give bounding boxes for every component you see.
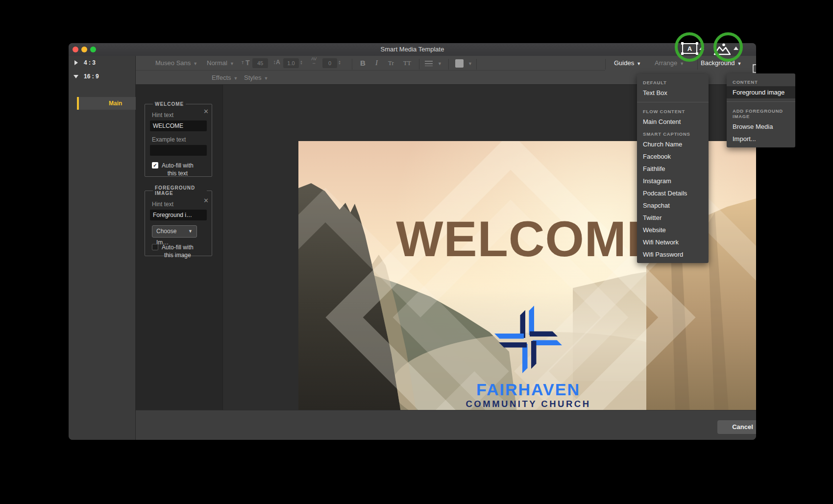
sidebar-item-4-3[interactable]: 4 : 3 [69, 56, 136, 70]
text-color-caret[interactable]: ▼ [468, 61, 472, 66]
menu-section-smart-captions: SMART CAPTIONS [637, 128, 709, 138]
autofill-image-label: Auto-fill with this image [162, 243, 194, 259]
foreground-hint-input[interactable]: Foreground i… [150, 210, 207, 220]
tracking-stepper[interactable]: ▲▼ [338, 58, 342, 68]
font-family-dropdown[interactable]: Museo Sans▼ [155, 59, 197, 67]
menu-item-website[interactable]: Website [637, 224, 709, 236]
menu-item-browse-media[interactable]: Browse Media [727, 120, 795, 133]
small-caps-button[interactable]: Tr [388, 59, 394, 67]
guides-dropdown[interactable]: Guides▼ [614, 59, 641, 67]
close-icon[interactable]: ✕ [203, 108, 209, 115]
toolbar-separator [476, 59, 477, 70]
text-align-caret[interactable]: ▼ [438, 61, 442, 66]
text-color-swatch[interactable] [455, 59, 464, 68]
menu-section-content: CONTENT [727, 76, 795, 86]
annotation-circle-text-tool [675, 32, 704, 62]
menu-item-main-content[interactable]: Main Content [637, 116, 709, 128]
menu-item-foreground-image[interactable]: Foreground image [727, 86, 795, 98]
disclosure-right-icon[interactable] [74, 60, 78, 65]
menu-section-add-foreground-image: ADD FOREGROUND IMAGE [727, 105, 795, 120]
menu-item-facebook[interactable]: Facebook [637, 150, 709, 163]
sidebar-item-label: 16 : 9 [84, 73, 99, 80]
annotation-circle-image-tool [713, 32, 743, 62]
autofill-text-row: ✓ Auto-fill with this text [152, 162, 207, 177]
menu-section-flow-content: FLOW CONTENT [637, 105, 709, 116]
toolbar-row-divider [136, 70, 605, 71]
font-size-icon-large: T [245, 59, 250, 67]
line-height-input[interactable]: 1.0 [283, 58, 299, 68]
effects-dropdown[interactable]: Effects▼ [212, 74, 238, 81]
tracking-input[interactable]: 0 [322, 58, 337, 68]
bold-button[interactable]: B [360, 59, 366, 67]
choose-image-button[interactable]: Choose Im…▼ [152, 225, 197, 238]
menu-item-text-box[interactable]: Text Box [637, 87, 709, 99]
menu-divider [727, 101, 795, 102]
sidebar-item-label: 4 : 3 [84, 59, 96, 66]
styles-dropdown[interactable]: Styles▼ [244, 74, 268, 81]
arrange-dropdown[interactable]: Arrange▼ [655, 59, 684, 67]
properties-panel: WELCOME ✕ Hint text WELCOME Example text… [136, 85, 223, 410]
sidebar-item-main-selected[interactable]: Main [77, 97, 136, 110]
menu-section-default: DEFAULT [637, 76, 709, 87]
toolbar-separator [448, 59, 449, 70]
toolbar-separator [697, 59, 698, 70]
font-size-input[interactable]: 45 [252, 58, 268, 68]
menu-item-church-name[interactable]: Church Name [637, 138, 709, 150]
background-dropdown[interactable]: Background▼ [701, 59, 741, 67]
italic-button[interactable]: I [375, 59, 378, 67]
menu-item-faithlife[interactable]: Faithlife [637, 163, 709, 175]
toolbar-separator [605, 59, 606, 70]
cancel-button[interactable]: Cancel [717, 420, 756, 434]
line-height-icon: ↕A [273, 59, 280, 66]
example-text-input[interactable] [150, 145, 207, 156]
window-title: Smart Media Template [69, 46, 756, 53]
bottom-bar: Cancel Save [136, 410, 756, 440]
screenshot-stage: Smart Media Template 4 : 3 16 : 9 Main M… [0, 0, 833, 504]
church-subtitle-text: COMMUNITY CHURCH [298, 399, 756, 409]
menu-item-wifi-password[interactable]: Wifi Password [637, 248, 709, 261]
menu-item-instagram[interactable]: Instagram [637, 175, 709, 187]
example-text-label: Example text [152, 136, 207, 143]
foreground-image-fieldset: FOREGROUND IMAGE ✕ Hint text Foreground … [145, 185, 212, 256]
font-size-icon: т [242, 60, 244, 65]
disclosure-down-icon[interactable] [74, 75, 78, 78]
hint-text-label: Hint text [152, 112, 207, 119]
toolbar-separator [352, 59, 352, 70]
text-align-icon[interactable] [425, 61, 433, 66]
welcome-legend: WELCOME [153, 101, 186, 107]
menu-divider [637, 102, 709, 102]
menu-item-wifi-network[interactable]: Wifi Network [637, 236, 709, 248]
menu-item-twitter[interactable]: Twitter [637, 212, 709, 224]
church-logo-cross [491, 303, 565, 376]
menu-item-podcast-details[interactable]: Podcast Details [637, 187, 709, 199]
autofill-text-checkbox[interactable]: ✓ [152, 162, 158, 168]
selection-bar [77, 97, 79, 110]
foreground-legend: FOREGROUND IMAGE [153, 185, 207, 196]
tracking-icon: AV↔ [311, 57, 317, 65]
close-icon[interactable]: ✕ [203, 197, 209, 204]
titlebar: Smart Media Template [69, 43, 756, 56]
hint-text-input[interactable]: WELCOME [150, 120, 207, 131]
sidebar-item-label: Main [109, 100, 122, 107]
church-name-text: FAIRHAVEN [298, 380, 756, 399]
insert-text-box-button[interactable]: A [753, 64, 756, 73]
menu-item-import[interactable]: Import... [727, 133, 795, 145]
sidebar-item-16-9[interactable]: 16 : 9 [69, 70, 136, 83]
font-style-dropdown[interactable]: Normal▼ [207, 59, 234, 67]
insert-text-menu: DEFAULT Text Box FLOW CONTENT Main Conte… [637, 74, 709, 263]
sidebar: 4 : 3 16 : 9 Main [69, 56, 136, 440]
all-caps-button[interactable]: TT [403, 59, 411, 67]
welcome-fieldset: WELCOME ✕ Hint text WELCOME Example text… [145, 101, 212, 177]
toolbar-separator [419, 59, 419, 70]
line-height-stepper[interactable]: ▲▼ [300, 58, 304, 68]
insert-image-menu: CONTENT Foreground image ADD FOREGROUND … [727, 73, 795, 147]
autofill-image-checkbox[interactable] [152, 244, 158, 250]
hint-text-label: Hint text [152, 201, 207, 208]
menu-item-snapchat[interactable]: Snapchat [637, 199, 709, 212]
autofill-text-label: Auto-fill with this text [162, 162, 194, 177]
